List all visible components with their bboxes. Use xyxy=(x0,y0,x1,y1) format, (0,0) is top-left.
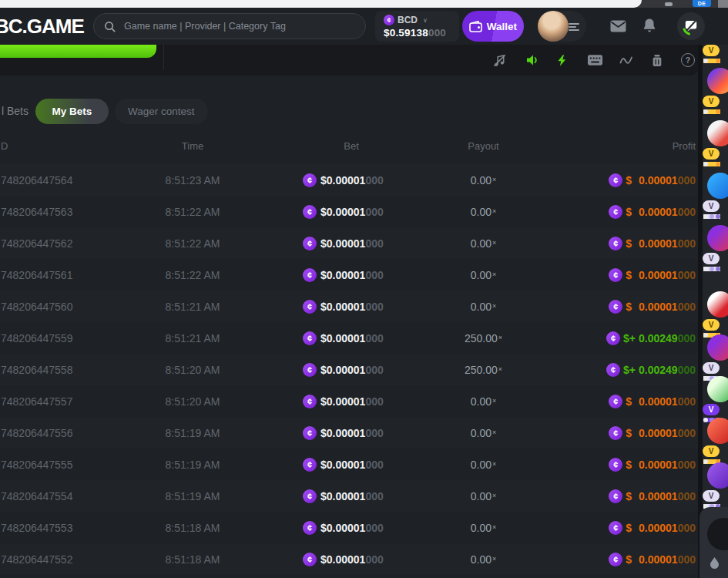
top-nav: BC.GAME ¢ BCD ∨ $0.59138000 Wallet xyxy=(0,8,728,45)
vip-badge: V xyxy=(703,253,720,264)
medal-icons xyxy=(703,109,720,114)
game-panel-bottom: ? xyxy=(0,45,699,76)
table-row[interactable]: 748206447556 8:51:19 AM ¢ $0.00001000 0.… xyxy=(0,417,699,449)
profit-amount: ¢ $0.00001000 xyxy=(609,395,696,408)
table-row[interactable]: 748206447559 8:51:21 AM ¢ $0.00001000 25… xyxy=(0,322,699,354)
bet-button-edge[interactable] xyxy=(0,45,156,58)
bet-time: 8:51:21 AM xyxy=(123,301,262,313)
tab-my-bets[interactable]: My Bets xyxy=(35,99,109,124)
bet-time: 8:51:19 AM xyxy=(123,459,262,471)
bet-amount: ¢ $0.00001000 xyxy=(303,458,384,472)
chat-message-group[interactable]: V xyxy=(703,462,728,509)
bets-section: l Bets My Bets Wager contest D Time Bet … xyxy=(0,76,699,578)
profit-amount: ¢ $0.00001000 xyxy=(609,173,696,187)
bcd-coin-icon: ¢ xyxy=(606,331,620,345)
wallet-button[interactable]: Wallet xyxy=(462,11,524,42)
table-row[interactable]: 748206447557 8:51:20 AM ¢ $0.00001000 0.… xyxy=(0,385,699,417)
chat-message-group[interactable]: V xyxy=(703,173,728,219)
table-row[interactable]: 748206447562 8:51:22 AM ¢ $0.00001000 0.… xyxy=(0,227,699,259)
bet-time: 8:51:20 AM xyxy=(123,364,262,376)
table-row[interactable]: 748206447564 8:51:23 AM ¢ $0.00001000 0.… xyxy=(0,164,699,196)
table-row[interactable]: 748206447555 8:51:19 AM ¢ $0.00001000 0.… xyxy=(0,449,699,480)
vip-badge: V xyxy=(703,319,720,331)
table-row[interactable]: 748206447553 8:51:18 AM ¢ $0.00001000 0.… xyxy=(0,512,699,543)
chat-emoji-button[interactable] xyxy=(707,518,728,550)
bcd-coin-icon: ¢ xyxy=(303,331,317,345)
browser-corner xyxy=(718,0,728,8)
chat-avatar[interactable] xyxy=(707,173,728,199)
profile-menu[interactable] xyxy=(538,11,586,42)
balance-amount: $0.59138000 xyxy=(384,27,459,39)
chat-message-group[interactable]: V xyxy=(703,418,728,464)
bet-time: 8:51:22 AM xyxy=(123,269,262,281)
sound-on-icon[interactable] xyxy=(524,52,541,69)
balance-selector[interactable]: ¢ BCD ∨ $0.59138000 xyxy=(375,11,459,42)
bcd-coin-icon: ¢ xyxy=(303,426,317,440)
bcd-coin-icon: ¢ xyxy=(609,426,622,440)
search-input[interactable] xyxy=(122,20,355,32)
column-bet: Bet xyxy=(306,140,397,152)
bcd-coin-icon: ¢ xyxy=(609,237,622,250)
rain-icon[interactable] xyxy=(710,556,720,569)
bet-time: 8:51:20 AM xyxy=(123,395,262,408)
bet-amount: ¢ $0.00001000 xyxy=(303,521,384,535)
bcd-coin-icon: ¢ xyxy=(303,173,317,187)
extension-badge[interactable]: DE xyxy=(693,0,711,7)
user-avatar[interactable] xyxy=(538,11,569,42)
browser-extension-icon[interactable] xyxy=(665,2,673,6)
table-row[interactable]: 748206447558 8:51:20 AM ¢ $0.00001000 25… xyxy=(0,354,699,385)
chat-message-group[interactable]: V xyxy=(703,376,728,422)
table-row[interactable]: 748206447560 8:51:21 AM ¢ $0.00001000 0.… xyxy=(0,291,699,322)
music-off-icon[interactable] xyxy=(491,52,508,69)
table-row[interactable]: 748206447552 8:51:18 AM ¢ $0.00001000 0.… xyxy=(0,543,699,575)
chat-avatar[interactable] xyxy=(707,418,728,444)
profit-amount: ¢ $+0.00249000 xyxy=(606,331,696,345)
payout-multiplier: 0.00× xyxy=(416,301,551,313)
table-row[interactable]: 748206447563 8:51:22 AM ¢ $0.00001000 0.… xyxy=(0,196,699,227)
vip-badge: V xyxy=(703,404,720,415)
bcd-coin-icon: ¢ xyxy=(303,237,317,250)
tab-wager-contest[interactable]: Wager contest xyxy=(115,99,208,124)
chat-avatar[interactable] xyxy=(707,334,728,361)
bet-id: 748206447562 xyxy=(1,237,72,250)
help-icon[interactable]: ? xyxy=(679,52,696,69)
site-logo[interactable]: BC.GAME xyxy=(0,15,84,39)
chat-avatar[interactable] xyxy=(707,120,728,146)
table-row[interactable]: 748206447561 8:51:22 AM ¢ $0.00001000 0.… xyxy=(0,259,699,291)
bet-amount: ¢ $0.00001000 xyxy=(303,489,384,503)
table-row[interactable]: 748206447554 8:51:19 AM ¢ $0.00001000 0.… xyxy=(0,480,699,512)
divider xyxy=(163,45,164,70)
chat-avatar[interactable] xyxy=(707,291,728,318)
payout-multiplier: 0.00× xyxy=(416,522,551,534)
mail-icon[interactable] xyxy=(610,20,626,32)
chat-sidebar: V V V V V V xyxy=(703,45,728,578)
hotkeys-icon[interactable] xyxy=(586,52,603,69)
bell-icon[interactable] xyxy=(642,18,656,34)
chat-avatar[interactable] xyxy=(707,68,728,94)
bet-time: 8:51:22 AM xyxy=(123,206,262,218)
turbo-bet-icon[interactable] xyxy=(553,52,570,69)
column-time: Time xyxy=(123,140,262,152)
chat-avatar[interactable] xyxy=(707,225,728,251)
payout-multiplier: 250.00× xyxy=(416,332,551,344)
bcd-coin-icon: ¢ xyxy=(609,521,622,535)
chat-message-group[interactable]: V xyxy=(703,225,728,271)
chat-toggle-button[interactable] xyxy=(677,12,705,40)
live-stats-icon[interactable] xyxy=(618,52,635,69)
chat-avatar[interactable] xyxy=(707,376,728,402)
chat-message-group[interactable]: V xyxy=(703,291,728,338)
search-box[interactable] xyxy=(93,13,366,39)
payout-multiplier: 0.00× xyxy=(416,553,551,566)
chat-message-group[interactable]: V xyxy=(703,334,728,381)
chat-message-group[interactable]: V xyxy=(703,68,728,114)
browser-toolbar-edge xyxy=(0,0,642,8)
chat-avatar[interactable] xyxy=(707,462,728,489)
trash-icon[interactable] xyxy=(649,52,666,69)
tab-all-bets[interactable]: l Bets xyxy=(2,105,29,117)
bcd-coin-icon: ¢ xyxy=(609,173,622,187)
menu-icon xyxy=(569,22,579,32)
chat-message-group[interactable]: V xyxy=(703,120,728,166)
medal-icons xyxy=(703,162,720,166)
profit-amount: ¢ $+0.00249000 xyxy=(606,363,696,377)
bet-id: 748206447554 xyxy=(1,490,72,502)
